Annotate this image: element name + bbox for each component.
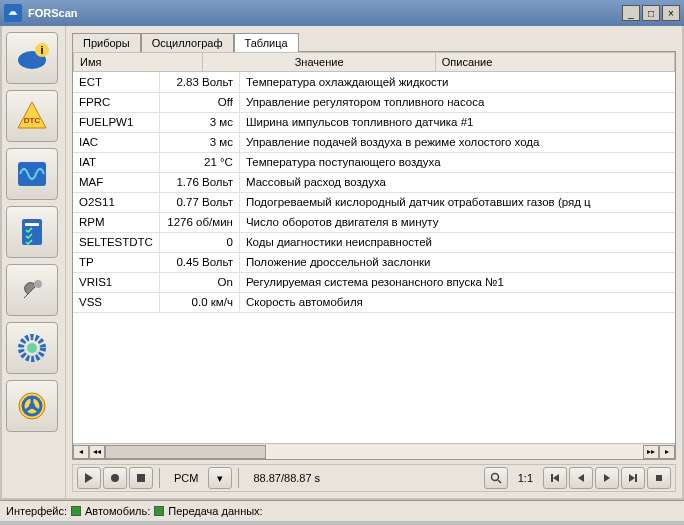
horizontal-scrollbar[interactable]: ◂ ◂◂ ▸▸ ▸ xyxy=(73,443,675,459)
status-vehicle-led xyxy=(154,506,164,516)
data-table: Имя Значение Описание ECT2.83 ВольтТемпе… xyxy=(72,51,676,460)
svg-rect-5 xyxy=(18,162,46,186)
titlebar: FORScan _ □ × xyxy=(0,0,684,26)
svg-point-10 xyxy=(27,343,37,353)
cell-name: MAF xyxy=(73,172,159,192)
table-row[interactable]: MAF1.76 ВольтМассовый расход воздуха xyxy=(73,172,675,192)
cell-name: O2S11 xyxy=(73,192,159,212)
svg-point-8 xyxy=(34,280,42,288)
cell-name: IAC xyxy=(73,132,159,152)
cell-value: 0 xyxy=(159,232,239,252)
tabs: Приборы Осциллограф Таблица xyxy=(72,32,676,51)
module-label: PCM xyxy=(166,472,206,484)
tab-oscilloscope[interactable]: Осциллограф xyxy=(141,33,234,52)
stop-button[interactable] xyxy=(129,467,153,489)
cell-value: 0.45 Вольт xyxy=(159,252,239,272)
col-name[interactable]: Имя xyxy=(74,53,203,72)
svg-line-17 xyxy=(498,480,501,483)
skip-end-button[interactable] xyxy=(621,467,645,489)
play-button[interactable] xyxy=(77,467,101,489)
statusbar: Интерфейс: Автомобиль: Передача данных: xyxy=(0,500,684,521)
cell-name: FPRC xyxy=(73,92,159,112)
table-row[interactable]: RPM1276 об/минЧисло оборотов двигателя в… xyxy=(73,212,675,232)
app-icon xyxy=(4,4,22,22)
maximize-button[interactable]: □ xyxy=(642,5,660,21)
svg-rect-15 xyxy=(137,474,145,482)
scroll-right2-icon[interactable]: ▸▸ xyxy=(643,445,659,459)
skip-start-button[interactable] xyxy=(543,467,567,489)
cell-name: IAT xyxy=(73,152,159,172)
cell-name: VSS xyxy=(73,292,159,312)
toolbar: PCM ▾ 88.87/88.87 s 1:1 xyxy=(72,464,676,492)
time-label: 88.87/88.87 s xyxy=(245,472,328,484)
cell-desc: Ширина импульсов топливного датчика #1 xyxy=(239,112,675,132)
table-row[interactable]: TP0.45 ВольтПоложение дроссельной заслон… xyxy=(73,252,675,272)
col-value[interactable]: Значение xyxy=(203,53,435,72)
svg-rect-19 xyxy=(635,474,637,482)
svg-rect-20 xyxy=(656,475,662,481)
cell-value: 0.77 Вольт xyxy=(159,192,239,212)
cell-desc: Коды диагностики неисправностей xyxy=(239,232,675,252)
scroll-right-icon[interactable]: ▸ xyxy=(659,445,675,459)
sidebar-oscilloscope[interactable] xyxy=(6,148,58,200)
table-row[interactable]: FUELPW13 мсШирина импульсов топливного д… xyxy=(73,112,675,132)
app-title: FORScan xyxy=(28,7,620,19)
sidebar-dtc[interactable]: DTC xyxy=(6,90,58,142)
sidebar-vehicle-info[interactable]: i xyxy=(6,32,58,84)
record-button[interactable] xyxy=(103,467,127,489)
sidebar-steering[interactable] xyxy=(6,380,58,432)
status-vehicle-label: Автомобиль: xyxy=(85,505,150,517)
cell-desc: Скорость автомобиля xyxy=(239,292,675,312)
svg-text:i: i xyxy=(40,44,43,56)
cell-desc: Управление подачей воздуха в режиме холо… xyxy=(239,132,675,152)
table-row[interactable]: VRIS1OnРегулируемая система резонансного… xyxy=(73,272,675,292)
cell-value: 1.76 Вольт xyxy=(159,172,239,192)
cell-value: Off xyxy=(159,92,239,112)
cell-value: On xyxy=(159,272,239,292)
cell-value: 2.83 Вольт xyxy=(159,72,239,92)
close-button[interactable]: × xyxy=(662,5,680,21)
sidebar-service[interactable] xyxy=(6,264,58,316)
cell-value: 3 мс xyxy=(159,112,239,132)
cell-value: 3 мс xyxy=(159,132,239,152)
zoom-button[interactable] xyxy=(484,467,508,489)
cell-name: ECT xyxy=(73,72,159,92)
svg-point-14 xyxy=(111,474,119,482)
tab-instruments[interactable]: Приборы xyxy=(72,33,141,52)
col-desc[interactable]: Описание xyxy=(435,53,674,72)
svg-point-16 xyxy=(491,474,498,481)
table-row[interactable]: IAC3 мсУправление подачей воздуха в режи… xyxy=(73,132,675,152)
minimize-button[interactable]: _ xyxy=(622,5,640,21)
module-dropdown-icon[interactable]: ▾ xyxy=(208,467,232,489)
cell-desc: Подогреваемый кислородный датчик отработ… xyxy=(239,192,675,212)
table-row[interactable]: ECT2.83 ВольтТемпература охлаждающей жид… xyxy=(73,72,675,92)
cell-desc: Температура поступающего воздуха xyxy=(239,152,675,172)
scroll-left-icon[interactable]: ◂ xyxy=(73,445,89,459)
svg-rect-7 xyxy=(25,223,39,226)
table-row[interactable]: VSS0.0 км/чСкорость автомобиля xyxy=(73,292,675,312)
cell-desc: Температура охлаждающей жидкости xyxy=(239,72,675,92)
sidebar-configuration[interactable] xyxy=(6,322,58,374)
status-interface-led xyxy=(71,506,81,516)
cell-desc: Массовый расход воздуха xyxy=(239,172,675,192)
table-row[interactable]: FPRCOffУправление регулятором топливного… xyxy=(73,92,675,112)
cell-value: 0.0 км/ч xyxy=(159,292,239,312)
cell-value: 1276 об/мин xyxy=(159,212,239,232)
cell-desc: Управление регулятором топливного насоса xyxy=(239,92,675,112)
cell-name: FUELPW1 xyxy=(73,112,159,132)
prev-button[interactable] xyxy=(569,467,593,489)
marker-button[interactable] xyxy=(647,467,671,489)
cell-desc: Регулируемая система резонансного впуска… xyxy=(239,272,675,292)
cell-name: RPM xyxy=(73,212,159,232)
status-interface-label: Интерфейс: xyxy=(6,505,67,517)
cell-name: TP xyxy=(73,252,159,272)
sidebar-tests[interactable] xyxy=(6,206,58,258)
table-row[interactable]: IAT21 °CТемпература поступающего воздуха xyxy=(73,152,675,172)
next-button[interactable] xyxy=(595,467,619,489)
scroll-left2-icon[interactable]: ◂◂ xyxy=(89,445,105,459)
tab-table[interactable]: Таблица xyxy=(234,33,299,52)
table-row[interactable]: O2S110.77 ВольтПодогреваемый кислородный… xyxy=(73,192,675,212)
cell-name: SELTESTDTC xyxy=(73,232,159,252)
table-row[interactable]: SELTESTDTC0Коды диагностики неисправност… xyxy=(73,232,675,252)
svg-rect-18 xyxy=(551,474,553,482)
